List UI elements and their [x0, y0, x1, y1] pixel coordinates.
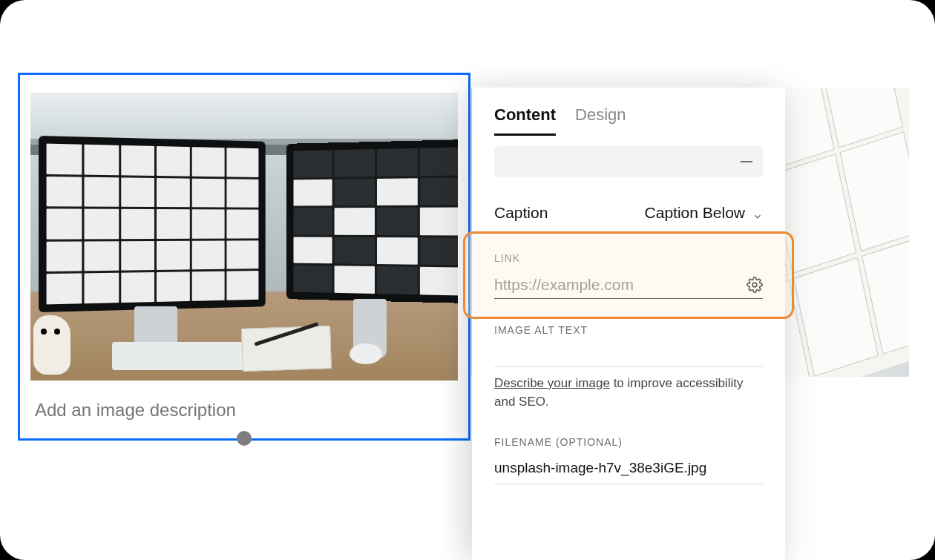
resize-handle[interactable] [237, 431, 252, 446]
chevron-down-icon [752, 208, 763, 218]
image-options-panel: Content Design Caption Caption Below LIN… [472, 88, 785, 560]
panel-tabs: Content Design [494, 105, 763, 136]
editor-canvas: Content Design Caption Caption Below LIN… [0, 0, 935, 560]
link-field [494, 270, 763, 299]
tab-content[interactable]: Content [494, 105, 556, 136]
collapsed-field[interactable] [494, 146, 763, 177]
filename-input[interactable] [494, 452, 763, 484]
caption-mode-value: Caption Below [645, 204, 745, 222]
tab-design[interactable]: Design [575, 105, 626, 136]
alt-helper-text: Describe your image to improve accessibi… [494, 375, 763, 411]
caption-label: Caption [494, 204, 548, 222]
gear-icon[interactable] [747, 277, 763, 293]
svg-point-0 [752, 283, 757, 287]
alt-text-input[interactable] [494, 342, 763, 367]
selected-image-block[interactable] [18, 73, 470, 441]
link-url-input[interactable] [494, 276, 747, 294]
app-frame: Content Design Caption Caption Below LIN… [0, 0, 935, 560]
describe-image-link[interactable]: Describe your image [494, 376, 610, 390]
image-description-input[interactable] [35, 400, 453, 421]
image-preview[interactable] [30, 93, 458, 381]
filename-section-title: FILENAME (OPTIONAL) [494, 436, 763, 448]
alt-section-title: IMAGE ALT TEXT [494, 324, 763, 336]
caption-row[interactable]: Caption Caption Below [494, 198, 763, 233]
link-section-title: LINK [494, 252, 763, 264]
